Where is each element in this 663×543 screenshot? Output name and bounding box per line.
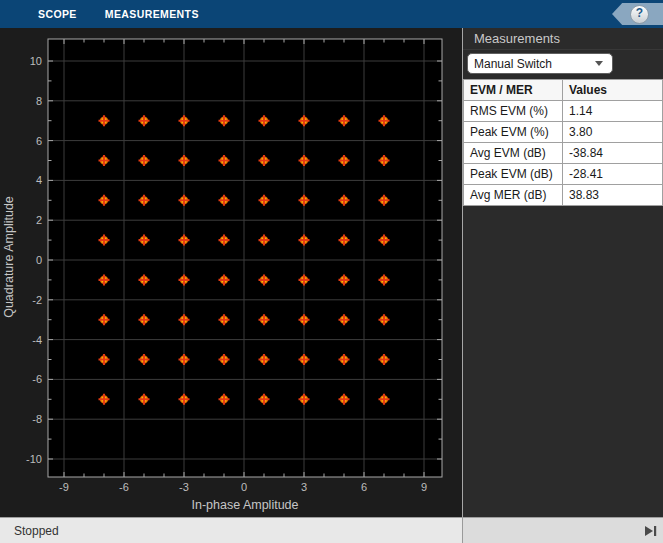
tab-scope[interactable]: SCOPE — [24, 0, 91, 28]
tab-measurements[interactable]: MEASUREMENTS — [91, 0, 213, 28]
svg-text:-4: -4 — [32, 334, 42, 346]
svg-text:-10: -10 — [26, 453, 42, 465]
table-cell: -28.41 — [563, 164, 663, 185]
measurements-panel: Measurements Manual Switch EVM / MERValu… — [463, 28, 663, 517]
table-cell: 3.80 — [563, 122, 663, 143]
help-icon[interactable]: ? — [630, 5, 649, 24]
svg-text:-2: -2 — [32, 294, 42, 306]
constellation-plot: -9-6-30369-10-8-6-4-20246810In-phase Amp… — [0, 28, 462, 517]
table-cell: 38.83 — [563, 185, 663, 206]
svg-text:-6: -6 — [32, 373, 42, 385]
measurements-panel-title: Measurements — [463, 28, 663, 50]
svg-text:-3: -3 — [179, 481, 189, 493]
svg-text:6: 6 — [36, 135, 42, 147]
column-header: EVM / MER — [464, 80, 563, 101]
table-header-row: EVM / MERValues — [464, 80, 663, 101]
table-row[interactable]: Avg EVM (dB)-38.84 — [464, 143, 663, 164]
svg-text:10: 10 — [30, 55, 42, 67]
table-cell: Avg EVM (dB) — [464, 143, 563, 164]
svg-text:6: 6 — [361, 481, 367, 493]
svg-text:0: 0 — [36, 254, 42, 266]
svg-text:3: 3 — [301, 481, 307, 493]
svg-text:2: 2 — [36, 214, 42, 226]
table-cell: Avg MER (dB) — [464, 185, 563, 206]
constellation-diagram-window: SCOPE MEASUREMENTS ? Quadrature Amplitud… — [0, 0, 663, 543]
column-header: Values — [563, 80, 663, 101]
toolstrip: SCOPE MEASUREMENTS ? — [0, 0, 663, 28]
x-axis-label: In-phase Amplitude — [191, 498, 298, 512]
table-cell: 1.14 — [563, 101, 663, 122]
svg-text:-9: -9 — [59, 481, 69, 493]
table-cell: Peak EVM (dB) — [464, 164, 563, 185]
help-area: ? — [612, 3, 663, 25]
step-forward-icon[interactable] — [644, 525, 658, 537]
measurement-source-dropdown[interactable]: Manual Switch — [467, 53, 613, 74]
table-row[interactable]: Avg MER (dB)38.83 — [464, 185, 663, 206]
chevron-down-icon — [595, 61, 603, 66]
table-row[interactable]: Peak EVM (dB)-28.41 — [464, 164, 663, 185]
main-content: Quadrature Amplitude -9-6-30369-10-8-6-4… — [0, 28, 663, 517]
status-right-area — [463, 518, 663, 543]
y-axis-label: Quadrature Amplitude — [2, 152, 16, 362]
axes-background — [48, 39, 442, 477]
status-bar: Stopped — [0, 517, 663, 543]
svg-text:4: 4 — [36, 174, 42, 186]
status-text-area: Stopped — [0, 518, 462, 543]
constellation-plot-panel: Quadrature Amplitude -9-6-30369-10-8-6-4… — [0, 28, 462, 517]
svg-text:0: 0 — [241, 481, 247, 493]
svg-text:9: 9 — [421, 481, 427, 493]
svg-text:8: 8 — [36, 95, 42, 107]
status-text: Stopped — [14, 524, 59, 538]
evm-mer-table: EVM / MERValuesRMS EVM (%)1.14Peak EVM (… — [463, 79, 663, 206]
dropdown-value: Manual Switch — [468, 57, 595, 71]
svg-text:-8: -8 — [32, 413, 42, 425]
svg-text:-6: -6 — [119, 481, 129, 493]
table-cell: RMS EVM (%) — [464, 101, 563, 122]
table-cell: Peak EVM (%) — [464, 122, 563, 143]
table-row[interactable]: Peak EVM (%)3.80 — [464, 122, 663, 143]
table-row[interactable]: RMS EVM (%)1.14 — [464, 101, 663, 122]
table-cell: -38.84 — [563, 143, 663, 164]
